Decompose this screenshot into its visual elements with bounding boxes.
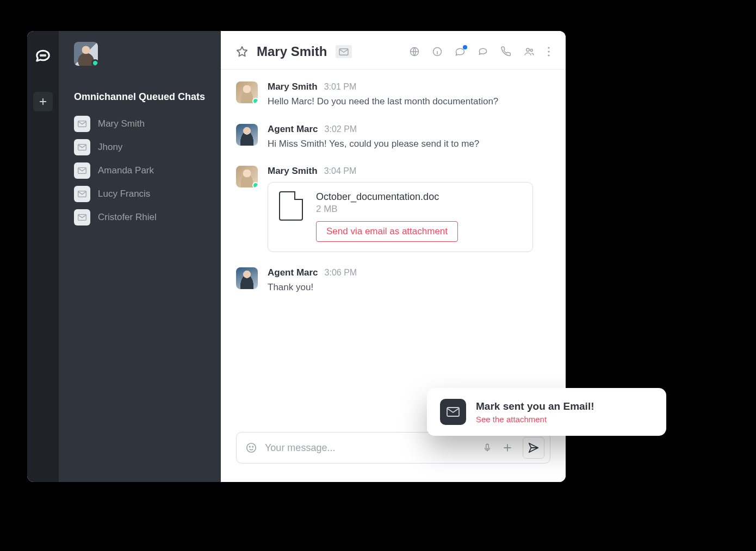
current-user-avatar[interactable] [74,42,98,66]
queued-chat-item[interactable]: Lucy Francis [74,186,206,202]
message-avatar [236,267,258,289]
message-list: Mary Smith 3:01 PM Hello Marc! Do you ne… [221,70,566,432]
attachment-size: 2 MB [316,204,458,215]
message: Agent Marc 3:02 PM Hi Miss Smith! Yes, c… [236,124,550,151]
svg-point-14 [548,51,549,52]
email-icon [74,139,90,155]
sidebar-section-title: Omnichannel Queued Chats [74,87,206,106]
email-icon [74,186,90,202]
message-time: 3:04 PM [324,166,357,176]
presence-online-icon [91,59,98,66]
message: Agent Marc 3:06 PM Thank you! [236,267,550,295]
svg-point-17 [250,446,250,447]
header-actions [409,46,550,57]
document-icon [279,191,303,221]
message-time: 3:01 PM [324,82,357,92]
unread-badge [463,45,467,49]
svg-rect-19 [486,444,489,449]
svg-point-15 [548,54,549,56]
message-text: Hi Miss Smith! Yes, could you please sen… [268,137,550,151]
svg-point-12 [530,49,532,51]
plus-icon[interactable] [502,442,513,453]
call-icon[interactable] [500,46,511,57]
members-icon[interactable] [523,46,535,57]
chat-name: Lucy Francis [98,189,150,199]
message-sender: Mary Smith [268,82,318,92]
message-avatar [236,82,258,103]
toast-link[interactable]: See the attachment [476,415,594,424]
email-icon [74,116,90,132]
conversation-header: Mary Smith [221,31,566,70]
email-toast[interactable]: Mark sent you an Email! See the attachme… [427,388,666,436]
message: Mary Smith 3:01 PM Hello Marc! Do you ne… [236,82,550,109]
nav-rail [27,31,59,482]
attachment-card: October_documentation.doc 2 MB Send via … [268,182,533,252]
svg-point-18 [252,446,253,447]
message-sender: Agent Marc [268,124,318,135]
info-icon[interactable] [432,46,443,57]
create-button[interactable] [33,92,53,111]
emoji-icon[interactable] [245,442,257,454]
message-sender: Agent Marc [268,267,318,278]
mic-icon[interactable] [482,442,492,454]
message: Mary Smith 3:04 PM October_documentation… [236,166,550,252]
star-icon[interactable] [236,46,248,58]
email-icon [74,162,90,179]
chat-name: Mary Smith [98,118,145,129]
queued-chat-list: Mary Smith Jhony Amanda Park Lucy Franci… [74,116,206,226]
discussion-icon[interactable] [455,46,466,57]
presence-online-icon [252,98,258,103]
toast-title: Mark sent you an Email! [476,400,594,412]
queued-chat-item[interactable]: Amanda Park [74,162,206,179]
svg-point-1 [42,55,44,56]
send-button[interactable] [523,437,544,459]
message-avatar [236,166,258,187]
app-logo-icon [35,47,51,66]
svg-point-13 [548,47,549,48]
globe-icon[interactable] [409,46,420,57]
thread-icon[interactable] [478,46,488,57]
email-icon [336,45,352,58]
queued-chat-item[interactable]: Jhony [74,139,206,155]
chat-name: Amanda Park [98,165,154,176]
message-sender: Mary Smith [268,166,318,177]
presence-online-icon [252,182,258,187]
kebab-icon[interactable] [547,46,550,57]
message-text: Hello Marc! Do you need the last month d… [268,95,550,109]
email-icon [440,399,466,425]
chat-name: Cristofer Rhiel [98,212,157,223]
message-avatar [236,124,258,146]
message-time: 3:06 PM [325,268,357,278]
sidebar: Omnichannel Queued Chats Mary Smith Jhon… [59,31,221,482]
svg-point-2 [45,55,46,56]
composer [236,432,550,464]
svg-point-0 [41,55,42,56]
message-text: Thank you! [268,280,550,295]
queued-chat-item[interactable]: Cristofer Rhiel [74,209,206,226]
svg-point-16 [247,443,256,453]
queued-chat-item[interactable]: Mary Smith [74,116,206,132]
attachment-filename: October_documentation.doc [316,191,458,203]
message-input[interactable] [265,442,475,454]
svg-point-11 [526,48,529,51]
conversation-title: Mary Smith [257,44,327,59]
message-time: 3:02 PM [325,124,357,134]
email-icon [74,209,90,226]
send-via-email-button[interactable]: Send via email as attachment [316,221,458,242]
chat-name: Jhony [98,142,122,153]
